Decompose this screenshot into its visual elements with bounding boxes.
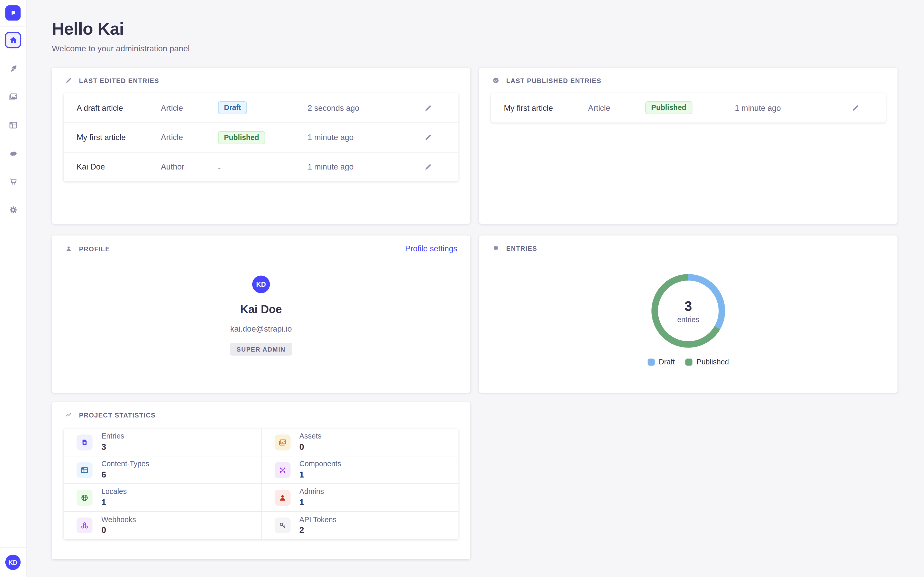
entry-name: Kai Doe	[76, 163, 161, 171]
table-row: My first article Article Published 1 min…	[64, 122, 459, 152]
stat-label: API Tokens	[299, 516, 336, 525]
gear-icon	[8, 205, 18, 214]
images-icon	[8, 92, 18, 102]
project-statistics-card: PROJECT STATISTICS Entries 3 Assets 0 Co…	[52, 402, 470, 559]
card-title: LAST EDITED ENTRIES	[79, 77, 159, 84]
entry-name: My first article	[504, 103, 588, 112]
card-header: ENTRIES	[492, 244, 884, 252]
edit-entry-button[interactable]	[420, 159, 436, 175]
legend-label: Published	[696, 358, 729, 366]
strapi-logo[interactable]	[5, 5, 21, 21]
entry-time: 1 minute ago	[735, 103, 847, 112]
sidebar-item-marketplace[interactable]	[5, 173, 21, 190]
card-header: LAST EDITED ENTRIES	[65, 76, 457, 84]
edit-entry-button[interactable]	[420, 100, 436, 116]
sidebar-item-deploy[interactable]	[5, 145, 21, 161]
stat-value: 3	[102, 442, 124, 452]
stats-grid: Entries 3 Assets 0 Content-Types 6	[64, 429, 459, 539]
stat-webhooks: Webhooks 0	[64, 512, 261, 539]
stat-label: Components	[299, 460, 341, 469]
last-edited-table: A draft article Article Draft 2 seconds …	[64, 93, 459, 181]
cloud-icon	[8, 148, 18, 158]
stat-label: Admins	[299, 487, 324, 497]
role-badge: SUPER ADMIN	[230, 343, 292, 356]
stat-entries: Entries 3	[64, 429, 261, 456]
entries-card: ENTRIES 3 entries Draft	[479, 235, 898, 393]
entry-type: Author	[161, 163, 218, 171]
stat-value: 1	[299, 497, 324, 508]
entries-total-label: entries	[677, 315, 699, 323]
card-title: PROJECT STATISTICS	[79, 411, 156, 419]
table-row: My first article Article Published 1 min…	[491, 93, 886, 122]
user-icon	[275, 490, 291, 506]
entry-time: 1 minute ago	[307, 133, 419, 142]
stat-value: 0	[102, 525, 136, 535]
feather-pen-icon	[8, 63, 18, 73]
status-badge: Draft	[218, 101, 247, 114]
entry-type: Article	[588, 103, 645, 112]
profile-avatar: KD	[252, 276, 270, 293]
strapi-logo-icon	[8, 8, 18, 18]
entries-donut-chart: 3 entries	[651, 273, 726, 348]
page-title: Hello Kai	[52, 19, 924, 39]
status-badge: Published	[645, 101, 692, 114]
sidebar-item-content-manager[interactable]	[5, 60, 21, 76]
card-title: ENTRIES	[506, 245, 537, 252]
card-title: LAST PUBLISHED ENTRIES	[506, 77, 601, 84]
page-header: Hello Kai Welcome to your administration…	[26, 0, 924, 53]
card-header: LAST PUBLISHED ENTRIES	[492, 76, 884, 84]
sidebar-item-media-library[interactable]	[5, 88, 21, 105]
check-circle-icon	[492, 76, 500, 84]
entry-name: A draft article	[76, 103, 161, 112]
entry-type: Article	[161, 133, 218, 142]
stat-label: Webhooks	[102, 516, 136, 525]
stat-value: 0	[299, 442, 321, 452]
legend-label: Draft	[659, 358, 675, 366]
entry-name: My first article	[76, 133, 161, 142]
table-row: A draft article Article Draft 2 seconds …	[64, 93, 459, 122]
webhook-icon	[76, 517, 92, 533]
stat-admins: Admins 1	[261, 484, 459, 512]
sidebar-footer-divider	[0, 547, 26, 548]
stat-label: Entries	[102, 432, 124, 442]
pencil-icon	[423, 133, 432, 142]
legend-item-draft: Draft	[648, 358, 675, 366]
published-swatch	[685, 358, 693, 366]
stat-value: 6	[102, 469, 149, 480]
puzzle-icon	[492, 244, 500, 252]
key-icon	[275, 517, 291, 533]
draft-swatch	[648, 358, 655, 366]
user-avatar[interactable]: KD	[5, 555, 21, 570]
card-header: PROJECT STATISTICS	[65, 411, 457, 419]
last-published-entries-card: LAST PUBLISHED ENTRIES My first article …	[479, 68, 898, 224]
entry-time: 2 seconds ago	[307, 103, 419, 112]
sidebar: KD	[0, 0, 26, 577]
app-window: KD Hello Kai Welcome to your administrat…	[0, 0, 924, 577]
sidebar-footer: KD	[0, 547, 26, 577]
stat-value: 1	[299, 469, 341, 480]
stat-label: Content-Types	[102, 460, 149, 469]
pencil-icon	[423, 163, 432, 171]
table-row: Kai Doe Author - 1 minute ago	[64, 152, 459, 181]
sidebar-item-content-type-builder[interactable]	[5, 117, 21, 133]
legend-item-published: Published	[685, 358, 729, 366]
pencil-icon	[851, 103, 859, 112]
stat-components: Components 1	[261, 456, 459, 484]
home-icon	[8, 35, 18, 45]
main-content: Hello Kai Welcome to your administration…	[26, 0, 924, 577]
molecule-icon	[275, 462, 291, 478]
layout-icon	[76, 462, 92, 478]
profile-body: KD Kai Doe kai.doe@strapi.io SUPER ADMIN	[52, 235, 470, 393]
edit-entry-button[interactable]	[847, 100, 863, 116]
sidebar-item-settings[interactable]	[5, 201, 21, 218]
stat-locales: Locales 1	[64, 484, 261, 512]
sidebar-item-home[interactable]	[5, 32, 21, 48]
file-icon	[76, 434, 92, 450]
layout-icon	[8, 120, 18, 130]
edit-entry-button[interactable]	[420, 129, 436, 146]
status-badge: Published	[218, 131, 265, 144]
pencil-icon	[65, 76, 73, 84]
globe-icon	[76, 490, 92, 506]
chart-legend: Draft Published	[479, 358, 898, 366]
entry-type: Article	[161, 103, 218, 112]
